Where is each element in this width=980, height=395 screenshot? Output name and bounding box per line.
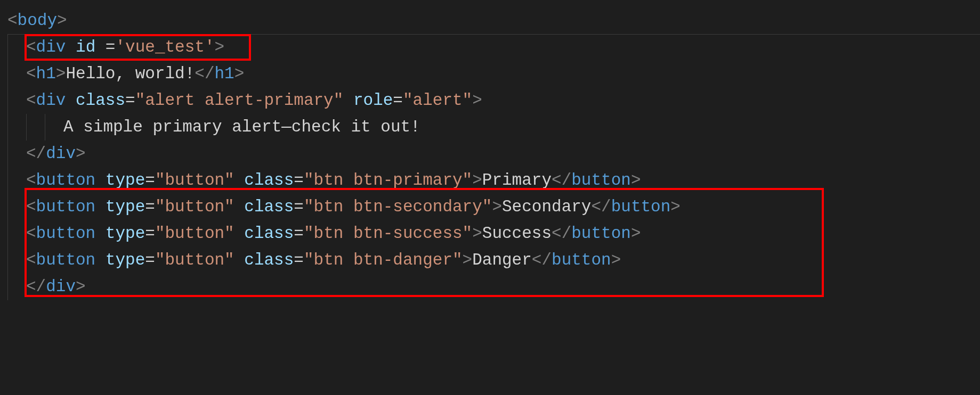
code-line[interactable]: <div class="alert alert-primary" role="a… xyxy=(7,87,980,114)
code-token-tag-bracket: < xyxy=(26,224,36,243)
code-token-tag-bracket: > xyxy=(234,64,245,83)
code-token-tag-bracket: > xyxy=(57,11,67,30)
code-token-attr-value: "button" xyxy=(155,171,234,190)
indent-guide xyxy=(7,220,8,247)
code-line[interactable]: <div id ='vue_test'> xyxy=(7,34,980,61)
code-token-tag-bracket: < xyxy=(26,198,36,216)
code-token-tag-bracket: > xyxy=(472,171,482,190)
code-token-tag-bracket: > xyxy=(76,144,86,163)
code-token-tag-bracket: < xyxy=(26,171,36,190)
code-token-attr-eq: = xyxy=(125,91,135,110)
code-token-text xyxy=(95,224,106,243)
code-token-attr-value: "alert alert-primary" xyxy=(135,91,344,110)
code-token-attr-eq: = xyxy=(106,38,116,56)
code-token-attr-eq: = xyxy=(294,198,304,216)
code-token-text: Success xyxy=(482,224,552,243)
code-line[interactable]: <h1>Hello, world!</h1> xyxy=(7,61,980,87)
code-token-attr-eq: = xyxy=(145,224,155,243)
code-token-attr-eq: = xyxy=(294,251,304,269)
code-token-attr-value: 'vue_test' xyxy=(115,38,214,56)
code-token-text: Secondary xyxy=(502,198,591,216)
code-token-tag-name: button xyxy=(552,251,611,269)
code-token-text: Danger xyxy=(472,251,532,269)
code-token-tag-name: body xyxy=(18,11,57,30)
code-token-text: Hello, world! xyxy=(66,64,195,83)
indent-guide xyxy=(7,274,8,300)
code-token-attr-eq: = xyxy=(294,224,304,243)
code-token-tag-bracket: < xyxy=(7,11,18,30)
code-token-tag-bracket: > xyxy=(492,198,502,216)
code-token-tag-bracket: > xyxy=(631,171,641,190)
code-token-text xyxy=(66,38,76,56)
code-line[interactable]: <button type="button" class="btn btn-pri… xyxy=(7,167,980,194)
code-token-attr-eq: = xyxy=(145,171,155,190)
code-token-text xyxy=(343,91,353,110)
code-token-tag-bracket: > xyxy=(76,277,86,296)
code-token-attr-name: type xyxy=(106,198,145,216)
code-token-tag-name: button xyxy=(571,224,631,243)
code-token-tag-bracket: > xyxy=(611,251,621,269)
code-token-tag-bracket: < xyxy=(26,64,36,83)
code-token-text: A simple primary alert—check it out! xyxy=(63,118,420,136)
code-token-text xyxy=(95,198,106,216)
indent-guide xyxy=(7,194,8,220)
indent-guide xyxy=(7,34,8,61)
code-token-tag-bracket: > xyxy=(670,198,681,216)
indent-guide xyxy=(7,114,8,141)
code-token-tag-bracket: > xyxy=(631,224,641,243)
code-token-text xyxy=(95,171,106,190)
code-line[interactable]: </div> xyxy=(7,141,980,167)
code-token-tag-bracket: < xyxy=(26,38,36,56)
code-token-attr-name: type xyxy=(106,224,145,243)
code-token-text xyxy=(234,224,245,243)
code-token-attr-value: "btn btn-success" xyxy=(304,224,472,243)
indent-guide xyxy=(7,167,8,194)
indent-guide xyxy=(7,87,8,114)
code-token-text xyxy=(234,251,245,269)
code-line[interactable]: <button type="button" class="btn btn-suc… xyxy=(7,220,980,247)
indent-guide xyxy=(45,114,45,141)
code-line[interactable]: A simple primary alert—check it out! xyxy=(7,114,980,141)
code-token-text xyxy=(66,91,76,110)
code-token-attr-value: "btn btn-danger" xyxy=(304,251,463,269)
code-token-tag-name: button xyxy=(36,224,96,243)
code-editor[interactable]: <body><div id ='vue_test'><h1>Hello, wor… xyxy=(0,0,980,318)
code-token-attr-value: "button" xyxy=(155,198,234,216)
code-token-attr-name: class xyxy=(244,224,294,243)
code-line[interactable]: </div> xyxy=(7,274,980,300)
code-token-attr-name: class xyxy=(244,198,294,216)
code-token-text xyxy=(234,171,245,190)
code-token-attr-value: "btn btn-secondary" xyxy=(304,198,492,216)
code-token-text xyxy=(95,38,106,56)
code-line[interactable]: <button type="button" class="btn btn-sec… xyxy=(7,194,980,220)
code-token-attr-name: type xyxy=(106,171,145,190)
code-token-tag-name: div xyxy=(36,91,66,110)
code-token-tag-bracket: </ xyxy=(591,198,611,216)
code-token-attr-eq: = xyxy=(145,198,155,216)
code-token-attr-name: class xyxy=(244,251,294,269)
code-token-attr-name: role xyxy=(353,91,393,110)
code-line[interactable]: <body> xyxy=(7,7,980,34)
indent-guide xyxy=(7,247,8,274)
code-token-tag-bracket: </ xyxy=(26,277,46,296)
code-line[interactable]: <button type="button" class="btn btn-dan… xyxy=(7,247,980,274)
code-token-tag-name: button xyxy=(571,171,631,190)
code-token-tag-name: button xyxy=(36,171,96,190)
code-token-tag-bracket: </ xyxy=(532,251,552,269)
code-token-attr-value: "alert" xyxy=(403,91,472,110)
code-token-attr-value: "button" xyxy=(155,224,234,243)
code-token-tag-bracket: < xyxy=(26,251,36,269)
code-token-attr-name: type xyxy=(106,251,145,269)
code-token-tag-bracket: </ xyxy=(26,144,46,163)
code-token-tag-name: button xyxy=(36,251,96,269)
code-token-tag-name: div xyxy=(46,144,76,163)
code-token-tag-name: h1 xyxy=(36,64,56,83)
code-token-tag-name: button xyxy=(36,198,96,216)
code-token-tag-name: div xyxy=(46,277,76,296)
code-token-tag-bracket: </ xyxy=(552,224,571,243)
code-token-attr-value: "button" xyxy=(155,251,234,269)
code-token-text xyxy=(234,198,245,216)
indent-guide xyxy=(7,61,8,87)
code-token-attr-name: class xyxy=(76,91,125,110)
code-token-attr-name: class xyxy=(244,171,294,190)
